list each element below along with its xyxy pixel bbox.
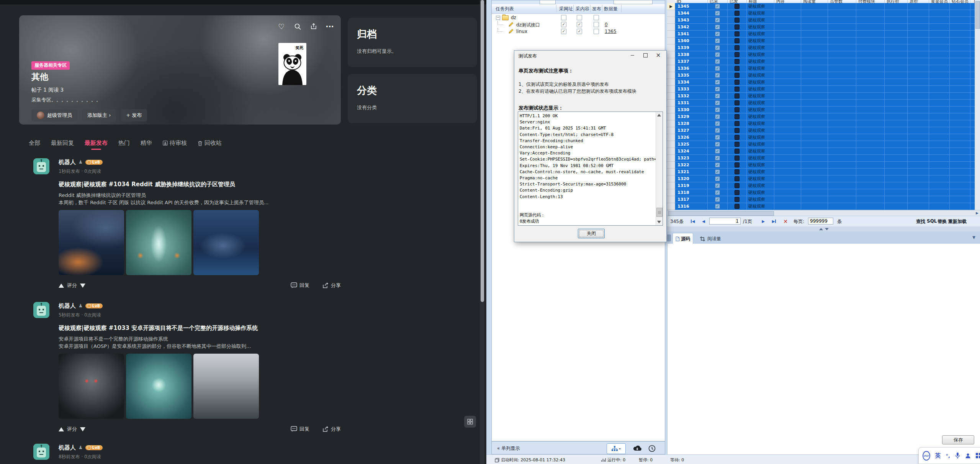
published-checkbox[interactable] bbox=[735, 52, 739, 57]
row-selector-cell[interactable] bbox=[667, 141, 675, 148]
upvote-icon[interactable] bbox=[59, 284, 64, 288]
post-title[interactable]: 硬核观察|硬核观察 #1033 安卓开源项目将不是一个完整的开源移动操作系统 bbox=[59, 325, 341, 332]
collected-checkbox[interactable]: ✓ bbox=[715, 18, 720, 23]
prev-page-button[interactable]: ◀ bbox=[699, 218, 708, 225]
data-count-link[interactable]: 1365 bbox=[605, 29, 617, 34]
robot-avatar[interactable] bbox=[33, 158, 49, 174]
collected-checkbox[interactable]: ✓ bbox=[715, 73, 720, 78]
row-selector-cell[interactable] bbox=[667, 169, 675, 175]
tree-item-dz测试接口[interactable]: dz测试接口✓✓0 bbox=[492, 21, 665, 28]
tree-item-dz[interactable]: −dz bbox=[492, 14, 665, 21]
table-row[interactable]: 1342✓硬核观察 bbox=[675, 24, 975, 31]
row-selector-cell[interactable] bbox=[667, 24, 675, 31]
collected-checkbox[interactable]: ✓ bbox=[715, 80, 720, 85]
maximize-button[interactable] bbox=[639, 51, 652, 60]
table-row[interactable]: 1344✓硬核观察 bbox=[675, 10, 975, 17]
published-checkbox[interactable] bbox=[735, 142, 739, 147]
collected-checkbox[interactable]: ✓ bbox=[715, 114, 720, 119]
collected-checkbox[interactable]: ✓ bbox=[715, 183, 720, 188]
collapse-down-button[interactable] bbox=[825, 228, 829, 230]
collected-checkbox[interactable]: ✓ bbox=[715, 121, 720, 126]
table-row[interactable]: 1317✓硬核观察 bbox=[675, 196, 975, 203]
row-selector-cell[interactable] bbox=[667, 38, 675, 44]
table-row[interactable]: 1332✓硬核观察 bbox=[675, 93, 975, 100]
published-checkbox[interactable] bbox=[735, 80, 739, 85]
tab-read-count[interactable]: 阅读量 bbox=[696, 234, 725, 244]
collected-checkbox[interactable]: ✓ bbox=[715, 169, 720, 174]
table-row[interactable]: 1325✓硬核观察 bbox=[675, 141, 975, 148]
publish-checkbox[interactable] bbox=[594, 22, 599, 27]
capture-url-checkbox[interactable]: ✓ bbox=[561, 29, 566, 34]
table-row[interactable]: 1345✓硬核观察 bbox=[675, 3, 975, 10]
published-checkbox[interactable] bbox=[735, 169, 739, 174]
published-checkbox[interactable] bbox=[735, 38, 739, 43]
collected-checkbox[interactable]: ✓ bbox=[715, 93, 720, 98]
post-title[interactable]: 硬核观察|硬核观察 #1034 Reddit 威胁换掉继续抗议的子区管理员 bbox=[59, 181, 341, 188]
replace-button[interactable]: 替换 bbox=[937, 218, 947, 225]
published-checkbox[interactable] bbox=[735, 128, 739, 133]
row-selector-cell[interactable] bbox=[667, 155, 675, 162]
scroll-right-arrow[interactable]: ▶ bbox=[976, 211, 978, 215]
post-author[interactable]: 机器人 bbox=[59, 302, 76, 310]
response-textarea[interactable]: HTTP/1.1 200 OK Server:nginx Date:Fri, 0… bbox=[518, 111, 663, 226]
row-selector-cell[interactable] bbox=[667, 148, 675, 155]
row-selector-cell[interactable] bbox=[667, 162, 675, 169]
published-checkbox[interactable] bbox=[735, 183, 739, 188]
collected-checkbox[interactable]: ✓ bbox=[715, 162, 720, 167]
dialog-title-bar[interactable]: 测试发布 × bbox=[514, 51, 666, 61]
publish-button[interactable]: + 发布 bbox=[121, 109, 147, 121]
capture-url-checkbox[interactable]: ✓ bbox=[561, 22, 566, 27]
collected-checkbox[interactable]: ✓ bbox=[715, 100, 720, 105]
capture-content-checkbox[interactable]: ✓ bbox=[577, 29, 582, 34]
published-checkbox[interactable] bbox=[735, 31, 739, 36]
tree-node-label[interactable]: dz测试接口 bbox=[516, 22, 540, 28]
rate-label[interactable]: 评分 bbox=[67, 426, 77, 433]
microphone-icon[interactable] bbox=[955, 453, 960, 459]
pane-splitter[interactable] bbox=[667, 226, 980, 231]
tab-4[interactable]: 热门 bbox=[118, 139, 130, 147]
row-selector-cell[interactable] bbox=[667, 134, 675, 141]
reply-button[interactable]: 回复 bbox=[291, 426, 309, 433]
post-item-2[interactable]: 机器人 ♟ Lv8 5秒前发布 · 0次阅读 硬核观察|硬核观察 #1033 安… bbox=[33, 302, 341, 433]
tab-5[interactable]: 精华 bbox=[141, 139, 152, 147]
post-item-1[interactable]: 机器人 ♟ Lv8 1秒前发布 · 0次阅读 硬核观察|硬核观察 #1034 R… bbox=[33, 158, 341, 289]
thumbnail-image[interactable] bbox=[193, 354, 259, 419]
downvote-icon[interactable] bbox=[80, 284, 85, 288]
table-row[interactable]: 1337✓硬核观察 bbox=[675, 58, 975, 65]
col-publish[interactable]: 发布 bbox=[592, 6, 601, 12]
tab-2[interactable]: 最新回复 bbox=[51, 139, 74, 147]
table-row[interactable]: 1321✓硬核观察 bbox=[675, 169, 975, 175]
col-capture-url[interactable]: 采网址 bbox=[559, 6, 573, 12]
published-checkbox[interactable] bbox=[735, 66, 739, 71]
published-checkbox[interactable] bbox=[735, 176, 739, 181]
collected-checkbox[interactable]: ✓ bbox=[715, 59, 720, 64]
published-checkbox[interactable] bbox=[735, 25, 739, 30]
table-row[interactable]: 1340✓硬核观察 bbox=[675, 38, 975, 44]
collected-checkbox[interactable]: ✓ bbox=[715, 204, 720, 209]
find-button[interactable]: 查找 bbox=[916, 218, 925, 225]
grid-col-原价[interactable]: 原价 bbox=[908, 0, 929, 3]
share-button[interactable]: 分享 bbox=[322, 282, 341, 289]
published-checkbox[interactable] bbox=[735, 135, 739, 140]
col-data-count[interactable]: 数据量 bbox=[604, 6, 618, 12]
grid-col-已发[interactable]: 已发 bbox=[728, 0, 747, 3]
published-checkbox[interactable] bbox=[735, 59, 739, 64]
tree-node-label[interactable]: dz bbox=[511, 15, 516, 20]
scrollbar-thumb[interactable] bbox=[481, 0, 484, 302]
ime-punctuation-icon[interactable]: °, bbox=[946, 453, 950, 459]
grid-horizontal-scrollbar[interactable]: ▶ bbox=[667, 210, 980, 216]
capture-url-checkbox[interactable] bbox=[561, 15, 566, 20]
table-row[interactable]: 1322✓硬核观察 bbox=[675, 162, 975, 169]
collected-checkbox[interactable]: ✓ bbox=[715, 25, 720, 30]
more-icon[interactable]: ··· bbox=[326, 22, 334, 31]
grid-corner-cell[interactable] bbox=[667, 0, 675, 3]
collected-checkbox[interactable]: ✓ bbox=[715, 197, 720, 202]
row-selector-cell[interactable] bbox=[667, 189, 675, 196]
thumbnail-image[interactable] bbox=[59, 210, 124, 275]
sql-button[interactable]: SQL bbox=[927, 218, 937, 224]
thumbnail-image[interactable] bbox=[126, 354, 191, 419]
scroll-up-arrow[interactable] bbox=[657, 114, 661, 116]
collected-checkbox[interactable]: ✓ bbox=[715, 128, 720, 133]
grid-col-执行价[interactable]: 执行价 bbox=[885, 0, 908, 3]
downvote-icon[interactable] bbox=[80, 427, 85, 431]
